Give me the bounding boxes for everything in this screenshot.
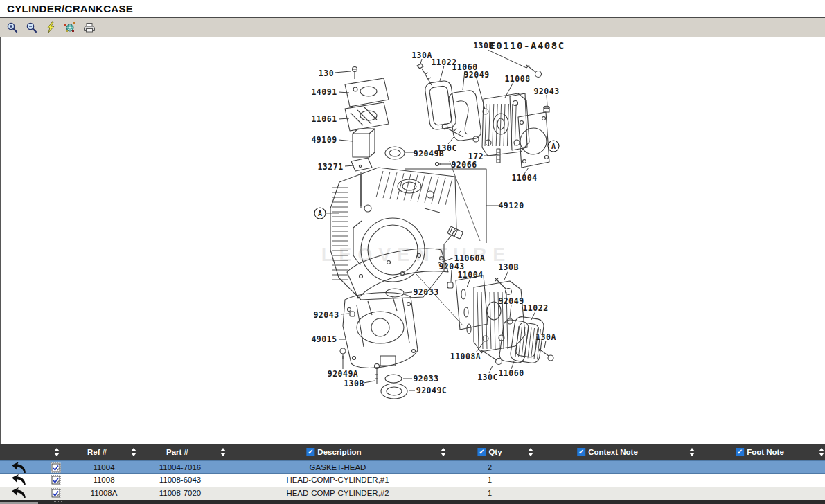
sort-button[interactable] [131, 448, 136, 456]
select-part-icon[interactable] [51, 488, 62, 498]
part-label-11008[interactable]: 11008 [504, 74, 530, 84]
context-note [554, 461, 661, 474]
table-row[interactable]: 1100411004-7016GASKET-HEAD2 [0, 460, 825, 474]
column-label: Qty [488, 448, 502, 456]
undo-icon[interactable] [10, 487, 28, 499]
part-label-130A[interactable]: 130A [535, 332, 556, 342]
column-label: Description [317, 448, 361, 456]
part-label-11022[interactable]: 11022 [522, 303, 548, 313]
flash-redraw-icon[interactable] [44, 21, 57, 35]
part-label-92049[interactable]: 92049 [463, 70, 489, 80]
part-label-11004[interactable]: 11004 [457, 270, 483, 280]
part-label-130C[interactable]: 130C [436, 143, 457, 153]
context-note [554, 474, 661, 487]
part-number: 11008-7020 [142, 487, 218, 500]
part-label-11004[interactable]: 11004 [511, 173, 537, 183]
description: GASKET-HEAD [263, 461, 412, 474]
select-part-icon[interactable] [51, 462, 62, 473]
sort-button[interactable] [689, 448, 695, 456]
part-label-92049[interactable]: 92049 [498, 296, 524, 306]
column-label: Ref # [87, 448, 107, 456]
diagram-canvas: LEOVENTURE [0, 37, 825, 444]
part-label-92049A[interactable]: 92049A [328, 369, 359, 379]
part-label-11060[interactable]: 11060 [498, 368, 524, 378]
part-label-11008A[interactable]: 11008A [450, 352, 481, 361]
diagram-toolbar [0, 18, 825, 37]
part-label-130C[interactable]: 130C [477, 372, 498, 382]
part-label-130[interactable]: 130 [319, 69, 334, 78]
part-label-130B[interactable]: 130B [498, 262, 519, 272]
part-label-49120[interactable]: 49120 [498, 201, 524, 210]
context-note [554, 487, 661, 500]
column-checkbox[interactable]: ✓ [736, 448, 744, 456]
sort-button[interactable] [441, 448, 446, 456]
column-checkbox[interactable]: ✓ [306, 448, 314, 456]
sort-button[interactable] [528, 448, 533, 456]
undo-icon[interactable] [10, 462, 28, 474]
part-label-130B[interactable]: 130B [344, 379, 364, 388]
ref-number: 11004 [69, 461, 139, 474]
ref-number: 11008 [69, 474, 139, 487]
part-label-49109[interactable]: 49109 [311, 135, 337, 145]
part-label-11061[interactable]: 11061 [311, 114, 337, 124]
zoom-out-icon[interactable] [24, 21, 38, 35]
callout-letter: A [551, 143, 556, 150]
quantity: 1 [464, 474, 515, 487]
sort-button[interactable] [220, 448, 226, 456]
part-label-92043[interactable]: 92043 [313, 310, 339, 320]
table-row[interactable]: 11008A11008-7020HEAD-COMP-CYLINDER,#21 [0, 487, 825, 500]
description: HEAD-COMP-CYLINDER,#1 [263, 474, 412, 487]
part-label-92033[interactable]: 92033 [413, 374, 438, 384]
part-number: 11004-7016 [142, 461, 218, 474]
column-header-foot-note: ✓Foot Note [736, 444, 784, 460]
quantity: 2 [464, 461, 515, 474]
part-label-92033[interactable]: 92033 [413, 287, 438, 297]
part-label-49015[interactable]: 49015 [311, 334, 337, 344]
column-header-ref-: Ref # [87, 444, 107, 460]
part-number: 11008-6043 [142, 474, 218, 487]
part-label-14091[interactable]: 14091 [311, 87, 337, 97]
table-row[interactable]: 1100811008-6043HEAD-COMP-CYLINDER,#11 [0, 474, 825, 487]
foot-note [707, 487, 813, 500]
foot-note [707, 461, 813, 474]
callout-letter: A [318, 210, 322, 217]
column-header-qty: ✓Qty [477, 444, 502, 460]
title-bar: CYLINDER/CRANKCASE [0, 0, 825, 18]
select-part-icon[interactable] [51, 475, 62, 485]
undo-icon[interactable] [10, 474, 28, 486]
column-header-description: ✓Description [306, 444, 361, 460]
part-label-E0110-A408C: E0110-A408C [489, 40, 565, 51]
parts-table: Ref #Part #✓Description✓Qty✓Context Note… [0, 444, 825, 504]
part-label-130A[interactable]: 130A [411, 51, 432, 60]
column-label: Part # [166, 448, 188, 456]
parts-table-header: Ref #Part #✓Description✓Qty✓Context Note… [0, 444, 825, 460]
zoom-in-icon[interactable] [5, 21, 19, 35]
part-label-92049C[interactable]: 92049C [416, 386, 447, 395]
sort-button[interactable] [819, 448, 824, 456]
print-icon[interactable] [82, 21, 96, 35]
quantity: 1 [464, 487, 515, 500]
foot-note [707, 474, 813, 487]
description: HEAD-COMP-CYLINDER,#2 [263, 487, 412, 500]
ref-number: 11008A [69, 487, 139, 500]
partial-next-row [0, 500, 825, 504]
page-title: CYLINDER/CRANKCASE [7, 3, 133, 15]
part-label-92043[interactable]: 92043 [533, 87, 559, 96]
part-label-13271[interactable]: 13271 [317, 162, 343, 172]
column-checkbox[interactable]: ✓ [477, 448, 486, 456]
hotspot-map-icon[interactable] [63, 21, 77, 35]
column-header-context-note: ✓Context Note [577, 444, 638, 460]
column-label: Context Note [588, 448, 638, 456]
column-header-part-: Part # [166, 444, 188, 460]
column-label: Foot Note [747, 448, 784, 456]
exploded-parts-diagram: LEOVENTURE [1, 37, 825, 444]
part-label-92066[interactable]: 92066 [451, 160, 477, 170]
sort-button[interactable] [54, 448, 60, 456]
column-checkbox[interactable]: ✓ [577, 448, 585, 456]
